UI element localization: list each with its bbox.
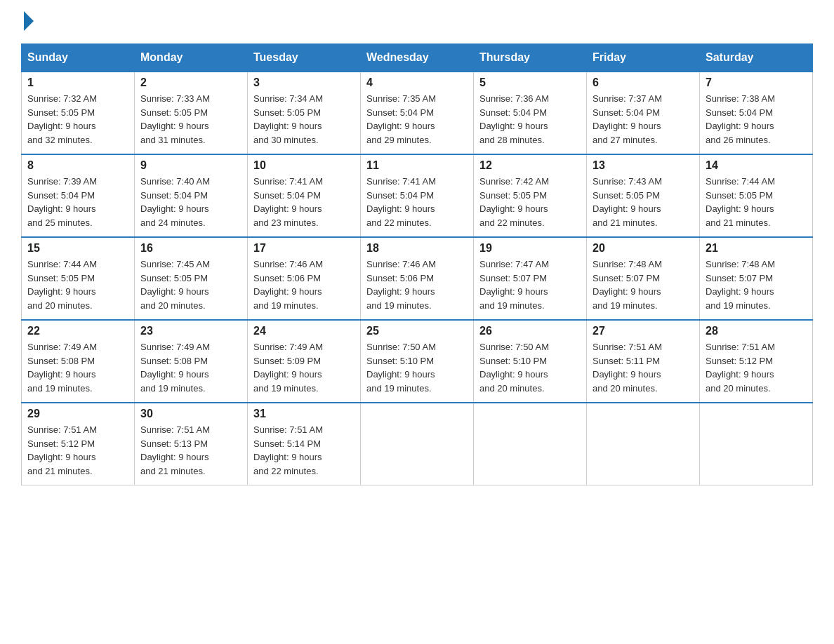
day-info: Sunrise: 7:32 AM Sunset: 5:05 PM Dayligh… xyxy=(27,92,128,147)
day-number: 13 xyxy=(593,159,694,172)
day-info: Sunrise: 7:46 AM Sunset: 5:06 PM Dayligh… xyxy=(253,257,355,312)
day-info: Sunrise: 7:45 AM Sunset: 5:05 PM Dayligh… xyxy=(140,257,241,312)
weekday-header-tuesday: Tuesday xyxy=(248,44,361,72)
weekday-header-friday: Friday xyxy=(587,44,700,72)
calendar-day-cell: 20 Sunrise: 7:48 AM Sunset: 5:07 PM Dayl… xyxy=(587,237,700,320)
day-number: 24 xyxy=(253,325,355,337)
weekday-header-saturday: Saturday xyxy=(700,44,813,72)
calendar-day-cell: 7 Sunrise: 7:38 AM Sunset: 5:04 PM Dayli… xyxy=(700,72,813,154)
calendar-week-row: 15 Sunrise: 7:44 AM Sunset: 5:05 PM Dayl… xyxy=(22,237,813,320)
logo xyxy=(21,14,34,31)
calendar-day-cell: 23 Sunrise: 7:49 AM Sunset: 5:08 PM Dayl… xyxy=(135,320,248,403)
calendar-day-cell: 3 Sunrise: 7:34 AM Sunset: 5:05 PM Dayli… xyxy=(248,72,361,154)
day-info: Sunrise: 7:49 AM Sunset: 5:08 PM Dayligh… xyxy=(140,340,241,395)
day-info: Sunrise: 7:40 AM Sunset: 5:04 PM Dayligh… xyxy=(140,175,241,229)
calendar-week-row: 29 Sunrise: 7:51 AM Sunset: 5:12 PM Dayl… xyxy=(22,403,813,485)
day-info: Sunrise: 7:49 AM Sunset: 5:09 PM Dayligh… xyxy=(253,340,355,395)
empty-cell xyxy=(587,403,700,485)
weekday-header-thursday: Thursday xyxy=(474,44,587,72)
day-number: 15 xyxy=(27,242,128,255)
day-info: Sunrise: 7:39 AM Sunset: 5:04 PM Dayligh… xyxy=(27,175,128,229)
day-number: 25 xyxy=(366,325,468,337)
calendar-day-cell: 8 Sunrise: 7:39 AM Sunset: 5:04 PM Dayli… xyxy=(22,154,135,237)
day-number: 7 xyxy=(706,76,807,89)
day-number: 9 xyxy=(140,159,241,172)
calendar-week-row: 22 Sunrise: 7:49 AM Sunset: 5:08 PM Dayl… xyxy=(22,320,813,403)
day-info: Sunrise: 7:48 AM Sunset: 5:07 PM Dayligh… xyxy=(706,257,807,312)
empty-cell xyxy=(700,403,813,485)
day-number: 17 xyxy=(253,242,355,255)
calendar-day-cell: 6 Sunrise: 7:37 AM Sunset: 5:04 PM Dayli… xyxy=(587,72,700,154)
calendar-day-cell: 12 Sunrise: 7:42 AM Sunset: 5:05 PM Dayl… xyxy=(474,154,587,237)
day-number: 29 xyxy=(27,408,128,420)
empty-cell xyxy=(361,403,474,485)
day-number: 8 xyxy=(27,159,128,172)
day-info: Sunrise: 7:44 AM Sunset: 5:05 PM Dayligh… xyxy=(27,257,128,312)
day-info: Sunrise: 7:46 AM Sunset: 5:06 PM Dayligh… xyxy=(366,257,468,312)
day-number: 31 xyxy=(253,408,355,420)
day-number: 20 xyxy=(593,242,694,255)
calendar-day-cell: 15 Sunrise: 7:44 AM Sunset: 5:05 PM Dayl… xyxy=(22,237,135,320)
calendar-day-cell: 18 Sunrise: 7:46 AM Sunset: 5:06 PM Dayl… xyxy=(361,237,474,320)
calendar-day-cell: 28 Sunrise: 7:51 AM Sunset: 5:12 PM Dayl… xyxy=(700,320,813,403)
day-number: 11 xyxy=(366,159,468,172)
day-info: Sunrise: 7:42 AM Sunset: 5:05 PM Dayligh… xyxy=(479,175,581,229)
day-info: Sunrise: 7:43 AM Sunset: 5:05 PM Dayligh… xyxy=(593,175,694,229)
day-number: 6 xyxy=(593,76,694,89)
calendar-week-row: 1 Sunrise: 7:32 AM Sunset: 5:05 PM Dayli… xyxy=(22,72,813,154)
day-number: 5 xyxy=(479,76,581,89)
day-number: 28 xyxy=(706,325,807,337)
day-info: Sunrise: 7:49 AM Sunset: 5:08 PM Dayligh… xyxy=(27,340,128,395)
day-number: 27 xyxy=(593,325,694,337)
day-number: 1 xyxy=(27,76,128,89)
day-number: 18 xyxy=(366,242,468,255)
calendar-day-cell: 11 Sunrise: 7:41 AM Sunset: 5:04 PM Dayl… xyxy=(361,154,474,237)
day-info: Sunrise: 7:51 AM Sunset: 5:11 PM Dayligh… xyxy=(593,340,694,395)
day-info: Sunrise: 7:36 AM Sunset: 5:04 PM Dayligh… xyxy=(479,92,581,147)
day-number: 10 xyxy=(253,159,355,172)
calendar-day-cell: 2 Sunrise: 7:33 AM Sunset: 5:05 PM Dayli… xyxy=(135,72,248,154)
day-info: Sunrise: 7:51 AM Sunset: 5:12 PM Dayligh… xyxy=(706,340,807,395)
day-number: 22 xyxy=(27,325,128,337)
day-info: Sunrise: 7:34 AM Sunset: 5:05 PM Dayligh… xyxy=(253,92,355,147)
calendar-day-cell: 31 Sunrise: 7:51 AM Sunset: 5:14 PM Dayl… xyxy=(248,403,361,485)
day-info: Sunrise: 7:48 AM Sunset: 5:07 PM Dayligh… xyxy=(593,257,694,312)
calendar-day-cell: 27 Sunrise: 7:51 AM Sunset: 5:11 PM Dayl… xyxy=(587,320,700,403)
day-number: 26 xyxy=(479,325,581,337)
day-number: 12 xyxy=(479,159,581,172)
calendar-day-cell: 17 Sunrise: 7:46 AM Sunset: 5:06 PM Dayl… xyxy=(248,237,361,320)
weekday-header-monday: Monday xyxy=(135,44,248,72)
calendar-day-cell: 24 Sunrise: 7:49 AM Sunset: 5:09 PM Dayl… xyxy=(248,320,361,403)
calendar-day-cell: 4 Sunrise: 7:35 AM Sunset: 5:04 PM Dayli… xyxy=(361,72,474,154)
calendar-table: SundayMondayTuesdayWednesdayThursdayFrid… xyxy=(21,43,813,485)
day-info: Sunrise: 7:37 AM Sunset: 5:04 PM Dayligh… xyxy=(593,92,694,147)
day-info: Sunrise: 7:51 AM Sunset: 5:13 PM Dayligh… xyxy=(140,423,241,478)
logo-triangle-icon xyxy=(24,11,34,31)
day-number: 19 xyxy=(479,242,581,255)
calendar-day-cell: 25 Sunrise: 7:50 AM Sunset: 5:10 PM Dayl… xyxy=(361,320,474,403)
calendar-day-cell: 5 Sunrise: 7:36 AM Sunset: 5:04 PM Dayli… xyxy=(474,72,587,154)
calendar-day-cell: 22 Sunrise: 7:49 AM Sunset: 5:08 PM Dayl… xyxy=(22,320,135,403)
day-number: 21 xyxy=(706,242,807,255)
day-info: Sunrise: 7:41 AM Sunset: 5:04 PM Dayligh… xyxy=(253,175,355,229)
calendar-week-row: 8 Sunrise: 7:39 AM Sunset: 5:04 PM Dayli… xyxy=(22,154,813,237)
empty-cell xyxy=(474,403,587,485)
day-number: 2 xyxy=(140,76,241,89)
calendar-day-cell: 14 Sunrise: 7:44 AM Sunset: 5:05 PM Dayl… xyxy=(700,154,813,237)
day-info: Sunrise: 7:44 AM Sunset: 5:05 PM Dayligh… xyxy=(706,175,807,229)
day-info: Sunrise: 7:35 AM Sunset: 5:04 PM Dayligh… xyxy=(366,92,468,147)
day-number: 3 xyxy=(253,76,355,89)
day-info: Sunrise: 7:33 AM Sunset: 5:05 PM Dayligh… xyxy=(140,92,241,147)
day-info: Sunrise: 7:38 AM Sunset: 5:04 PM Dayligh… xyxy=(706,92,807,147)
day-info: Sunrise: 7:50 AM Sunset: 5:10 PM Dayligh… xyxy=(366,340,468,395)
calendar-day-cell: 29 Sunrise: 7:51 AM Sunset: 5:12 PM Dayl… xyxy=(22,403,135,485)
calendar-day-cell: 1 Sunrise: 7:32 AM Sunset: 5:05 PM Dayli… xyxy=(22,72,135,154)
calendar-day-cell: 13 Sunrise: 7:43 AM Sunset: 5:05 PM Dayl… xyxy=(587,154,700,237)
day-info: Sunrise: 7:41 AM Sunset: 5:04 PM Dayligh… xyxy=(366,175,468,229)
calendar-day-cell: 30 Sunrise: 7:51 AM Sunset: 5:13 PM Dayl… xyxy=(135,403,248,485)
calendar-day-cell: 9 Sunrise: 7:40 AM Sunset: 5:04 PM Dayli… xyxy=(135,154,248,237)
calendar-day-cell: 26 Sunrise: 7:50 AM Sunset: 5:10 PM Dayl… xyxy=(474,320,587,403)
day-number: 16 xyxy=(140,242,241,255)
calendar-header-row: SundayMondayTuesdayWednesdayThursdayFrid… xyxy=(22,44,813,72)
calendar-day-cell: 10 Sunrise: 7:41 AM Sunset: 5:04 PM Dayl… xyxy=(248,154,361,237)
